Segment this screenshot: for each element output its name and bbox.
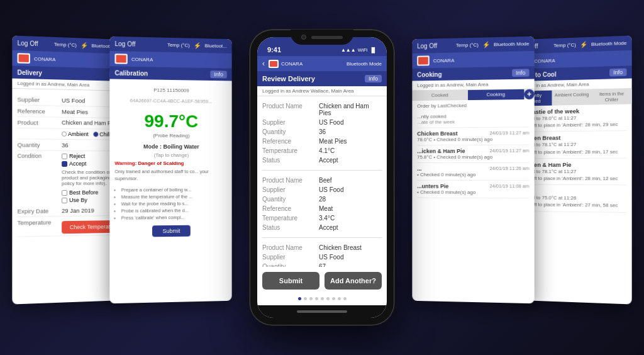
cooking-add-fab[interactable]: +	[524, 89, 534, 99]
delivery-reject-check[interactable]	[62, 154, 67, 159]
delivery-chilled-radio[interactable]	[94, 132, 99, 137]
phone-p2-temp-row: Temperature 3.4°C	[262, 213, 382, 223]
phone-section-title: Review Delivery Info	[257, 71, 387, 86]
calibration-company: CONARA	[131, 56, 153, 62]
ctc-tab-ambient[interactable]: Ambient Cooling	[552, 89, 592, 105]
cooking-items-list: ...ntly cooked ...ate of the week Chicke…	[412, 110, 534, 198]
ctc-item-1[interactable]: Pie Pastie of the week Cooked to 78.0°C …	[518, 104, 626, 132]
delivery-reference-label: Reference	[18, 107, 62, 115]
cooking-logoff[interactable]: Log Off	[417, 42, 437, 50]
ctc-item-2-time: Time left to place in 'Ambient': 28 min,…	[518, 148, 626, 155]
ctc-company: CONARA	[534, 57, 555, 64]
phone-signal-icon: ▲▲▲	[341, 47, 356, 53]
phone-dot-1	[298, 297, 301, 300]
calibration-temp-label: Temp (°C)	[167, 42, 190, 48]
cooking-tab-cooking[interactable]: Cooking	[468, 89, 525, 100]
delivery-temp-label: Temp (°C)	[54, 42, 77, 48]
delivery-ambient-radio[interactable]	[62, 132, 67, 137]
ctc-item-3-detail: Cooked to 78.1°C at 11:27	[518, 168, 626, 175]
phone-product-3: Product Name Chicken Breast Supplier US …	[262, 238, 382, 267]
ctc-item-3-time: Time left to place in 'Ambient': 28 min,…	[518, 175, 626, 183]
cooking-item-1[interactable]: ...ntly cooked ...ate of the week	[417, 110, 529, 128]
ctc-bt-label: Bluetooth Mode	[591, 40, 627, 47]
delivery-bestbefore-check[interactable]	[62, 190, 67, 196]
phone-p1-temp-value: 4.1°C	[319, 147, 335, 154]
delivery-ambient-option[interactable]: Ambient	[62, 131, 89, 137]
calibration-logoff[interactable]: Log Off	[114, 40, 135, 48]
phone-p3-qty-row: Quantity 67	[262, 262, 382, 267]
cooking-info-btn[interactable]: Info	[512, 69, 529, 77]
delivery-product-label: Product	[18, 119, 62, 127]
calibration-bt-icon: ⚡	[194, 42, 201, 49]
cooking-item-4-detail: • Checked 0 minute(s) ago	[417, 172, 529, 178]
calibration-submit-btn[interactable]: Submit	[153, 225, 191, 237]
phone-company: CONARA	[281, 61, 303, 67]
phone-p2-status-value: Accept	[319, 224, 338, 231]
delivery-logoff[interactable]: Log Off	[18, 40, 38, 47]
phone-time: 9:41	[267, 46, 281, 54]
cooking-bt-label: Bluetooth Mode	[494, 41, 530, 47]
cooking-tab-bar: Cooked Cooking +	[412, 89, 534, 101]
phone-dot-2	[304, 297, 307, 300]
phone-p2-status-label: Status	[262, 224, 319, 231]
calibration-step-1: Prepare a container of boiling w...	[121, 187, 227, 193]
phone-wifi-icon: WiFi	[358, 47, 368, 53]
cooking-item-2-detail: 78.0°C • Checked 0 minute(s) ago	[417, 136, 529, 142]
delivery-condition-label: Condition	[18, 153, 62, 159]
delivery-accept-check[interactable]	[62, 161, 67, 167]
calibration-warning-text: Only trained and authorised staff to co.…	[114, 166, 226, 184]
ctc-tab-chiller[interactable]: Items in the Chiller	[592, 89, 632, 105]
phone-p2-qty-row: Quantity 28	[262, 194, 382, 204]
cooking-item-2[interactable]: Chicken Breast 24/01/19 11:27 am 78.0°C …	[417, 127, 529, 145]
phone-bt-area: Bluetooth Mode	[347, 61, 382, 67]
calibration-mode[interactable]: Mode : Boiling Water	[114, 141, 226, 153]
phone-back-arrow[interactable]: ‹	[262, 59, 265, 68]
phone-dot-7	[332, 297, 335, 300]
phone-p2-status-row: Status Accept	[262, 223, 382, 232]
ctc-item-3[interactable]: Chicken & Ham Pie Cooked to 78.1°C at 11…	[518, 158, 626, 185]
calibration-warning-title: Warning: Danger of Scalding	[114, 161, 226, 166]
cooking-item-2-name: Chicken Breast	[417, 130, 457, 137]
delivery-useby-check[interactable]	[62, 198, 67, 203]
phone-p1-name-label: Product Name	[262, 103, 319, 116]
cooking-item-4[interactable]: ... 24/01/19 11:26 am • Checked 0 minute…	[417, 163, 529, 181]
cooking-tab-cooked[interactable]: Cooked	[412, 90, 467, 101]
cooking-item-5[interactable]: ...unters Pie 24/01/19 11:08 am • Checke…	[417, 181, 529, 199]
phone-info-btn[interactable]: Info	[365, 75, 382, 82]
phone-dot-6	[326, 297, 330, 300]
phone-add-another-btn[interactable]: Add Another?	[325, 272, 382, 290]
cooking-item-4-name: ...	[417, 166, 421, 172]
phone-p1-ref-label: Reference	[262, 138, 319, 145]
phone-p3-supplier-value: US Food	[319, 254, 343, 261]
phone-p2-supplier-label: Supplier	[262, 186, 319, 193]
phone-p2-name-row: Product Name Beef	[262, 176, 382, 185]
cooking-item-5-name: ...unters Pie	[417, 183, 448, 189]
delivery-bt-icon: ⚡	[80, 42, 88, 48]
delivery-type-label	[18, 130, 62, 137]
phone-submit-btn[interactable]: Submit	[262, 272, 319, 290]
ctc-item-2[interactable]: Chicken Breast Cooked to 78.1°C at 11:27…	[518, 131, 626, 159]
calibration-step-5: Press 'calibrate' when compl...	[121, 214, 227, 220]
main-scene: Log Off Temp (°C) ⚡ Bluetooth Mode CONAR…	[0, 0, 644, 355]
phone-p1-qty-label: Quantity	[262, 128, 319, 135]
cooking-company: CONARA	[433, 57, 455, 64]
phone-dot-5	[321, 297, 324, 300]
ctc-item-4[interactable]: Beef Cooked to 75.0°C at 11:26 Time left…	[518, 185, 626, 213]
phone-home-indicator	[257, 305, 387, 318]
cooking-item-3[interactable]: ...icken & Ham Pie 24/01/19 11:27 am 75.…	[417, 145, 529, 163]
cooking-screen: Log Off Temp (°C) ⚡ Bluetooth Mode CONAR…	[412, 37, 534, 304]
calibration-tap-change[interactable]: (Tap to change)	[114, 152, 226, 158]
cooking-logo	[417, 55, 430, 65]
calibration-info-btn[interactable]: Info	[210, 70, 226, 78]
phone-p1-qty-value: 36	[319, 128, 326, 135]
ctc-item-4-time: Time left to place in 'Ambient': 27 min,…	[518, 201, 626, 210]
calibration-probe-mac: 64A26697-CC4A-4BCC-A1EF-5E959...	[114, 95, 226, 107]
phone-p2-ref-value: Meat	[319, 205, 333, 212]
phone-p2-name-value: Beef	[319, 177, 332, 184]
cooking-item-3-name: ...icken & Ham Pie	[417, 148, 465, 154]
delivery-company: CONARA	[34, 56, 55, 62]
calibration-step-2: Measure the temperature of the ...	[121, 194, 227, 200]
calibration-instructions: Prepare a container of boiling w... Meas…	[114, 187, 226, 221]
phone-status-icons: ▲▲▲ WiFi ▐▌	[341, 47, 377, 53]
ctc-info-btn[interactable]: Info	[609, 69, 626, 77]
